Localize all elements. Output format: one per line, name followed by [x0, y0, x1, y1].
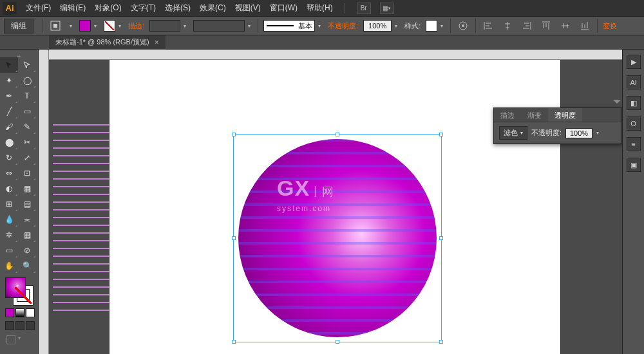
paintbrush-tool[interactable]: 🖌 [0, 119, 18, 135]
chevron-down-icon[interactable]: ▾ [439, 20, 445, 32]
panel-collapse-icon[interactable] [613, 100, 621, 104]
menu-type[interactable]: 文字(T) [131, 3, 156, 14]
menu-help[interactable]: 帮助(H) [307, 3, 333, 14]
color-mode-none[interactable] [26, 308, 35, 317]
menu-view[interactable]: 视图(V) [235, 3, 261, 14]
align-bottom-icon[interactable] [578, 19, 592, 33]
chevron-down-icon[interactable]: ▾ [117, 20, 123, 32]
panel-icon[interactable]: ▣ [627, 158, 641, 172]
fill-swatch[interactable] [79, 20, 91, 32]
slice-tool[interactable]: ⊘ [18, 243, 36, 258]
resize-handle[interactable] [232, 133, 236, 136]
document-tab[interactable]: 未标题-1* @ 98% (RGB/预览) × [49, 35, 166, 50]
stroke-swatch-none[interactable] [104, 20, 115, 32]
menu-select[interactable]: 选择(S) [165, 3, 191, 14]
fill-swatch-group[interactable]: ▾ [79, 20, 99, 32]
shape-builder-tool[interactable]: ◐ [0, 181, 18, 196]
color-well[interactable] [5, 277, 33, 306]
transform-link[interactable]: 变换 [603, 21, 617, 31]
mesh-tool[interactable]: ⊞ [0, 196, 18, 212]
pen-tool[interactable]: ✒ [0, 88, 18, 104]
chevron-down-icon[interactable]: ▾ [18, 335, 24, 344]
free-transform-tool[interactable]: ⊡ [18, 165, 36, 181]
symbol-sprayer-tool[interactable]: ✲ [0, 227, 18, 243]
panel-icon[interactable]: ◧ [627, 96, 641, 110]
draw-behind-icon[interactable] [26, 321, 35, 330]
panel-tab-stroke[interactable]: 描边 [494, 108, 521, 122]
zoom-tool[interactable]: 🔍 [18, 258, 36, 274]
resize-handle[interactable] [336, 133, 339, 136]
stroke-swatch-group[interactable]: ▾ [104, 20, 123, 32]
arrange-docs-button[interactable]: ▦▾ [380, 3, 394, 14]
bbox-icon[interactable] [48, 19, 62, 33]
canvas[interactable]: GX丨网 system.com [49, 60, 622, 354]
graphic-style[interactable]: ▾ [426, 20, 445, 32]
selection-tool[interactable] [0, 57, 18, 73]
align-hcenter-icon[interactable] [500, 19, 515, 33]
resize-handle[interactable] [336, 340, 339, 344]
eraser-tool[interactable]: ✂ [18, 135, 36, 150]
chevron-down-icon[interactable]: ▾ [316, 20, 323, 32]
panel-tab-transparency[interactable]: 透明度 [548, 108, 582, 122]
align-left-icon[interactable] [481, 19, 495, 33]
scale-tool[interactable]: ⤢ [18, 150, 36, 165]
panel-opacity-value[interactable]: 100% [565, 128, 592, 138]
opacity-field[interactable]: 100%▾ [363, 20, 399, 32]
rectangle-tool[interactable]: ▭ [18, 104, 36, 119]
stroke-width-profile[interactable]: ▾ [193, 20, 252, 32]
blend-tool[interactable]: ⫘ [18, 212, 36, 227]
screen-mode-icon[interactable] [5, 321, 14, 330]
menu-file[interactable]: 文件(F) [26, 3, 51, 14]
width-tool[interactable]: ⇔ [0, 165, 18, 181]
close-icon[interactable]: × [155, 38, 159, 47]
chevron-down-icon[interactable]: ▾ [92, 20, 99, 32]
draw-mode-icon[interactable] [15, 321, 24, 330]
panel-icon[interactable]: ≡ [627, 137, 641, 151]
align-vcenter-icon[interactable] [558, 19, 573, 33]
ruler-vertical[interactable] [39, 50, 49, 354]
gradient-tool[interactable]: ▤ [18, 196, 36, 212]
pencil-tool[interactable]: ✎ [18, 119, 36, 135]
ruler-horizontal[interactable] [49, 50, 622, 60]
direct-selection-tool[interactable] [18, 57, 36, 73]
selection-bounding-box[interactable] [233, 134, 442, 342]
chevron-down-icon[interactable]: ▾ [596, 130, 599, 136]
resize-handle[interactable] [232, 340, 236, 344]
blob-brush-tool[interactable]: ⬤ [0, 135, 18, 150]
color-mode-solid[interactable] [5, 308, 14, 317]
stroke-color[interactable] [13, 285, 33, 306]
rotate-tool[interactable]: ↻ [0, 150, 18, 165]
line-tool[interactable]: ╱ [0, 104, 18, 119]
bridge-button[interactable]: Br [357, 3, 371, 14]
menu-edit[interactable]: 编辑(E) [60, 3, 86, 14]
panel-icon[interactable]: O [627, 116, 641, 131]
panel-toggle-icon[interactable]: ▶ [627, 55, 641, 69]
stroke-weight[interactable]: ▾ [149, 20, 188, 32]
chevron-down-icon[interactable]: ▾ [246, 20, 252, 32]
magic-wand-tool[interactable]: ✦ [0, 73, 18, 88]
artboard-tool[interactable]: ▭ [0, 243, 18, 258]
hand-tool[interactable]: ✋ [0, 258, 18, 274]
chevron-down-icon[interactable]: ▾ [393, 20, 399, 32]
resize-handle[interactable] [439, 340, 443, 344]
screen-mode-button[interactable] [6, 335, 15, 344]
menu-effect[interactable]: 效果(C) [200, 3, 226, 14]
resize-handle[interactable] [439, 133, 443, 136]
resize-handle[interactable] [232, 236, 236, 240]
menu-object[interactable]: 对象(O) [95, 3, 121, 14]
chevron-down-icon[interactable]: ▾ [68, 20, 74, 32]
recolor-icon[interactable] [456, 19, 470, 33]
menu-window[interactable]: 窗口(W) [270, 3, 298, 14]
eyedropper-tool[interactable]: 💧 [0, 212, 18, 227]
panel-icon[interactable]: Al [627, 75, 641, 89]
resize-handle[interactable] [439, 236, 443, 240]
align-right-icon[interactable] [520, 19, 534, 33]
perspective-tool[interactable]: ▦ [18, 181, 36, 196]
blend-mode-dropdown[interactable]: 滤色▾ [499, 126, 527, 140]
color-mode-gradient[interactable] [15, 308, 24, 317]
chevron-down-icon[interactable]: ▾ [182, 20, 188, 32]
graph-tool[interactable]: ▦ [18, 227, 36, 243]
type-tool[interactable]: T [18, 88, 36, 104]
panel-tab-gradient[interactable]: 渐变 [521, 108, 548, 122]
lasso-tool[interactable]: ◯ [18, 73, 36, 88]
